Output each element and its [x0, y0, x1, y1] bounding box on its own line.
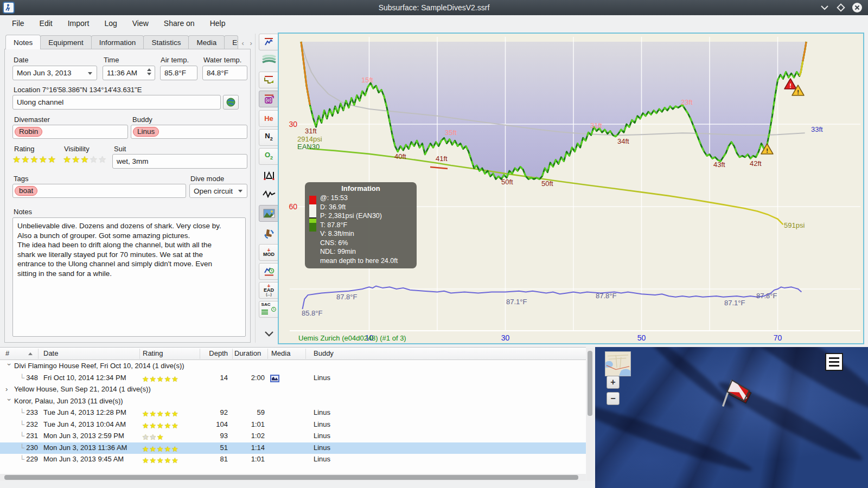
tab-equipment[interactable]: Equipment [40, 35, 92, 49]
svg-text:50: 50 [637, 333, 646, 342]
globe-button[interactable] [223, 95, 239, 110]
heartrate-toggle-button[interactable] [259, 185, 279, 202]
tab-information[interactable]: Information [91, 35, 144, 49]
rating-stars[interactable]: ★★★★★ [12, 154, 56, 165]
menu-edit[interactable]: Edit [33, 17, 59, 30]
ead-toggle-button[interactable]: + EAD (...) [259, 282, 279, 299]
date-label: Date [14, 56, 28, 64]
dive-mode-toggle-button[interactable] [259, 225, 279, 242]
dive-date: Tue Jun 4, 2013 10:04 AM [43, 420, 126, 428]
tags-input[interactable]: boat [12, 184, 186, 198]
dive-buddy: Linus [314, 420, 330, 428]
toolbar-more-button[interactable] [259, 325, 279, 342]
trip-group-row[interactable]: ›Koror, Palau, Jun 2013 (11 dive(s)) [0, 396, 586, 408]
date-combobox[interactable]: Mon Jun 3, 2013 [12, 66, 97, 80]
buddy-input[interactable]: Linus [131, 125, 247, 139]
suit-input[interactable]: wet, 3mm [112, 154, 247, 169]
visibility-stars[interactable]: ★★★★★ [63, 154, 107, 165]
dive-row[interactable]: └231Mon Jun 3, 2013 2:59 PM★★★★★931:02Li… [0, 431, 586, 442]
menu-import[interactable]: Import [61, 17, 96, 30]
delta-toggle-button[interactable] [259, 167, 279, 184]
ceiling-toggle-button[interactable] [259, 91, 279, 107]
close-button[interactable] [852, 2, 863, 13]
menu-help[interactable]: Help [203, 17, 232, 30]
trip-group-row[interactable]: ›Yellow House, Sun Sep 21, 2014 (1 dive(… [0, 384, 586, 396]
dive-date: Tue Jun 4, 2013 12:28 PM [43, 408, 126, 416]
chevron-down-icon [238, 190, 242, 192]
menu-file[interactable]: File [5, 17, 31, 30]
deco-info-button[interactable] [259, 263, 279, 280]
dive-list-header[interactable]: # Date Rating Depth Duration Media Buddy [0, 348, 586, 360]
expander-icon[interactable]: › [5, 385, 8, 393]
svg-text:87.8°F: 87.8°F [756, 292, 777, 300]
delta-icon [263, 171, 275, 181]
menu-log[interactable]: Log [98, 17, 123, 30]
oxygen-toggle-button[interactable]: O2 [259, 148, 279, 165]
tab-media[interactable]: Media [188, 35, 225, 49]
divemaster-input[interactable]: Robin [12, 125, 128, 139]
col-duration[interactable]: Duration [234, 349, 261, 357]
col-media[interactable]: Media [271, 349, 290, 357]
dive-number: 231 [0, 432, 38, 440]
location-input[interactable]: Ulong channel [12, 95, 221, 110]
tab-events[interactable]: Events [224, 35, 238, 49]
svg-text:31ft: 31ft [590, 121, 602, 130]
dive-row[interactable]: └348Fri Oct 10, 2014 12:34 PM★★★★★142:00… [0, 373, 586, 384]
menu-view[interactable]: View [126, 17, 155, 30]
svg-text:!: ! [766, 147, 768, 154]
expander-icon[interactable]: › [5, 399, 14, 401]
menu-share-on[interactable]: Share on [157, 17, 201, 30]
minimap-thumbnail[interactable] [605, 351, 631, 376]
buddy-chip[interactable]: Linus [133, 127, 159, 137]
maximize-button[interactable] [835, 2, 846, 13]
col-depth[interactable]: Depth [200, 349, 228, 357]
nitrogen-toggle-button[interactable]: N2 [259, 129, 279, 146]
col-number[interactable]: # [5, 349, 9, 357]
mod-toggle-button[interactable]: + MOD [259, 244, 279, 261]
map-layers-button[interactable] [825, 353, 843, 371]
vertical-scrollbar[interactable] [586, 348, 593, 481]
divemaster-chip[interactable]: Robin [15, 127, 42, 137]
dive-row[interactable]: └232Tue Jun 4, 2013 10:04 AM★★★★★1041:01… [0, 419, 586, 431]
col-rating[interactable]: Rating [143, 349, 163, 357]
trip-group-row[interactable]: ›Divi Flamingo House Reef, Fri Oct 10, 2… [0, 361, 586, 373]
air-temp-field[interactable]: 85.8°F [160, 66, 197, 80]
svg-text:35ft: 35ft [445, 129, 457, 137]
sac-toggle-button[interactable]: SAC [259, 301, 279, 318]
dive-row[interactable]: └229Mon Jun 3, 2013 9:45 AM★★★★★811:01Li… [0, 454, 586, 466]
svg-text:!: ! [797, 89, 799, 95]
map-zoom-out-button[interactable]: − [607, 392, 620, 405]
dive-duration: 2:00 [233, 374, 265, 382]
map-zoom-in-button[interactable]: + [607, 376, 620, 389]
dive-site-map[interactable]: + − [595, 347, 868, 488]
scrollbar-handle[interactable] [588, 351, 592, 416]
scrollbar-handle[interactable] [4, 475, 578, 480]
dive-row[interactable]: └230Mon Jun 3, 2013 11:36 AM★★★★★511:14L… [0, 442, 586, 454]
photos-toggle-button[interactable] [259, 205, 279, 222]
tab-notes[interactable]: Notes [5, 35, 41, 49]
time-spinbox[interactable]: 11:36 AM [103, 66, 155, 80]
col-buddy[interactable]: Buddy [314, 349, 334, 357]
tag-chip[interactable]: boat [15, 186, 37, 196]
dive-computer-button[interactable] [259, 34, 279, 50]
profile-scale-button[interactable] [259, 72, 279, 88]
notes-textarea[interactable]: Unbelievable dive. Dozens and dozens of … [12, 217, 246, 337]
tab-scroll-left-icon[interactable]: ‹ [239, 36, 247, 49]
svg-text:!: ! [789, 82, 792, 89]
dive-profile-chart[interactable]: 10305070306031ft2914psiEAN3015ft40ft41ft… [278, 33, 864, 344]
tab-scroll-right-icon[interactable]: › [247, 36, 255, 49]
minimize-button[interactable] [819, 2, 830, 13]
svg-text:31ft: 31ft [305, 127, 317, 135]
dive-mode-select[interactable]: Open circuit [189, 184, 247, 198]
dive-depth: 51 [195, 444, 228, 452]
dive-flag-marker[interactable] [715, 374, 760, 414]
waves-button[interactable] [259, 50, 279, 67]
spinner-arrows-icon[interactable] [147, 68, 151, 75]
water-temp-field[interactable]: 84.8°F [202, 66, 247, 80]
horizontal-scrollbar[interactable] [0, 474, 586, 481]
tab-statistics[interactable]: Statistics [143, 35, 189, 49]
col-date[interactable]: Date [43, 349, 58, 357]
dive-row[interactable]: └233Tue Jun 4, 2013 12:28 PM★★★★★9259Lin… [0, 407, 586, 419]
helium-toggle-button[interactable]: He [259, 110, 279, 127]
expander-icon[interactable]: › [5, 363, 14, 365]
